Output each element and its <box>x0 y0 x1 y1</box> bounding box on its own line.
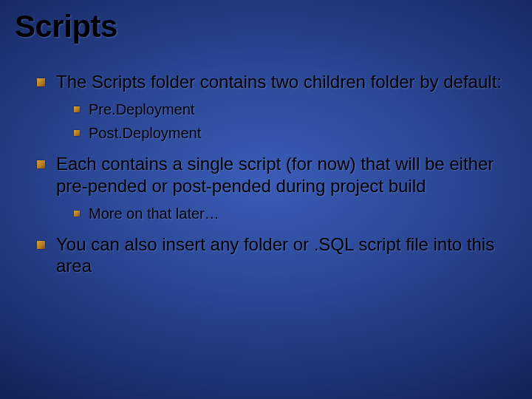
sub-bullet-text: Post.Deployment <box>89 125 201 141</box>
slide: Scripts The Scripts folder contains two … <box>0 0 532 399</box>
bullet-list: The Scripts folder contains two children… <box>15 71 517 276</box>
sub-bullet-text: More on that later… <box>89 205 219 222</box>
sub-bullet-text: Pre.Deployment <box>89 101 194 117</box>
sub-bullet-item: Post.Deployment <box>74 123 517 143</box>
bullet-text: You can also insert any folder or .SQL s… <box>56 234 494 276</box>
sub-bullet-list: Pre.Deployment Post.Deployment <box>56 100 517 143</box>
bullet-text: Each contains a single script (for now) … <box>56 154 494 195</box>
bullet-item: The Scripts folder contains two children… <box>37 71 517 143</box>
sub-bullet-item: Pre.Deployment <box>74 100 517 119</box>
bullet-item: You can also insert any folder or .SQL s… <box>37 233 517 277</box>
bullet-text: The Scripts folder contains two children… <box>56 72 502 92</box>
sub-bullet-list: More on that later… <box>56 204 517 223</box>
slide-title: Scripts <box>15 9 517 44</box>
bullet-item: Each contains a single script (for now) … <box>37 153 517 223</box>
sub-bullet-item: More on that later… <box>74 204 517 223</box>
